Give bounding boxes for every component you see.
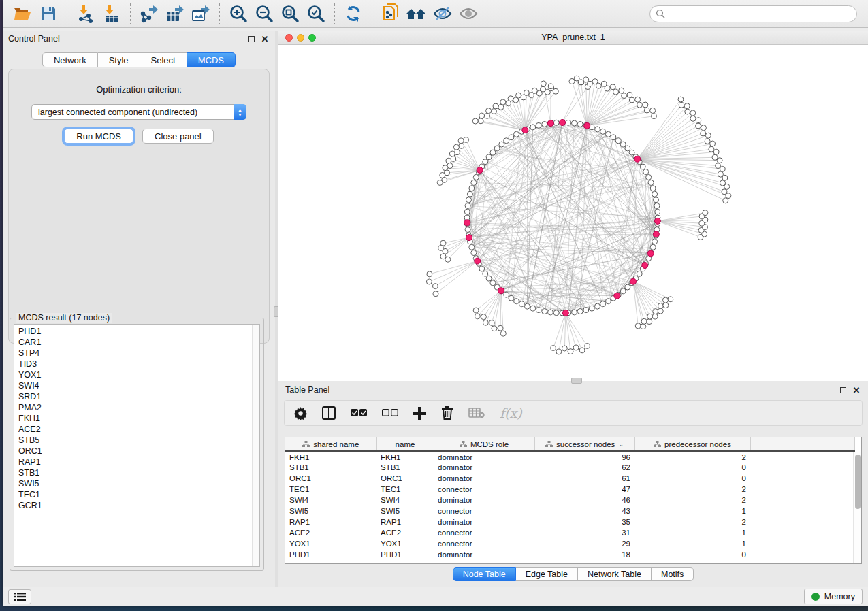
hide-selected-icon[interactable]	[430, 3, 455, 24]
mcds-result-item[interactable]: SWI5	[18, 478, 259, 489]
mcds-result-item[interactable]: TEC1	[18, 489, 259, 500]
mcds-result-item[interactable]: STP4	[18, 348, 259, 359]
table-cell[interactable]	[750, 451, 854, 462]
table-cell[interactable]: 96	[534, 451, 634, 462]
table-cell[interactable]: dominator	[434, 495, 534, 506]
mcds-result-item[interactable]: SWI4	[18, 380, 259, 391]
tab-mcds[interactable]: MCDS	[187, 52, 236, 67]
save-session-icon[interactable]	[35, 3, 61, 24]
table-cell[interactable]: 18	[534, 549, 634, 560]
column-header-shared-name[interactable]: shared name	[285, 437, 376, 451]
table-cell[interactable]: connector	[434, 484, 534, 495]
table-cell[interactable]: 2	[634, 516, 750, 527]
table-cell[interactable]: 61	[534, 473, 634, 484]
table-cell[interactable]: 0	[634, 549, 750, 560]
float-table-panel-icon[interactable]	[838, 385, 848, 395]
task-history-button[interactable]	[8, 589, 31, 604]
mcds-result-item[interactable]: FKH1	[18, 413, 259, 424]
table-cell[interactable]: 2	[634, 484, 750, 495]
table-cell[interactable]: 43	[534, 506, 634, 516]
list-scrollbar[interactable]	[252, 325, 259, 566]
table-cell[interactable]: SWI4	[376, 495, 434, 506]
network-graph[interactable]	[278, 45, 868, 380]
table-cell[interactable]: 0	[634, 473, 750, 484]
memory-button[interactable]: Memory	[804, 589, 863, 604]
table-cell[interactable]	[750, 516, 854, 527]
table-row[interactable]: FKH1FKH1dominator962	[285, 451, 854, 462]
mcds-result-item[interactable]: STB1	[18, 467, 259, 478]
tab-node-table[interactable]: Node Table	[453, 567, 516, 581]
mcds-result-item[interactable]: RAP1	[18, 457, 259, 467]
table-cell[interactable]: STB1	[285, 462, 376, 473]
node-table[interactable]: shared namenameMCDS rolesuccessor nodes⌄…	[285, 437, 862, 564]
table-cell[interactable]: 2	[634, 451, 750, 462]
tab-network[interactable]: Network	[42, 52, 98, 67]
table-cell[interactable]: PHD1	[285, 549, 376, 560]
table-cell[interactable]	[750, 549, 854, 560]
tab-edge-table[interactable]: Edge Table	[516, 567, 578, 581]
search-input[interactable]	[665, 9, 851, 18]
table-cell[interactable]: TEC1	[285, 484, 376, 495]
search-box[interactable]	[649, 5, 857, 22]
column-header-mcds-role[interactable]: MCDS role	[434, 437, 534, 451]
deselect-all-icon[interactable]	[382, 408, 398, 418]
table-cell[interactable]	[750, 462, 854, 473]
table-row[interactable]: ORC1ORC1dominator610	[285, 473, 854, 484]
table-cell[interactable]: ACE2	[285, 527, 376, 538]
table-scrollbar[interactable]	[853, 452, 861, 563]
table-cell[interactable]	[750, 527, 854, 538]
table-cell[interactable]: dominator	[434, 516, 534, 527]
clone-network-icon[interactable]	[378, 3, 404, 24]
table-cell[interactable]: SWI5	[376, 506, 434, 516]
table-cell[interactable]: 2	[634, 495, 750, 506]
close-panel-button[interactable]: Close panel	[142, 129, 214, 144]
table-cell[interactable]: 46	[534, 495, 634, 506]
horizontal-splitter-handle[interactable]	[571, 378, 582, 384]
table-row[interactable]: YOX1YOX1connector291	[285, 538, 854, 549]
mcds-result-item[interactable]: STB5	[18, 435, 259, 446]
table-cell[interactable]	[750, 538, 854, 549]
table-cell[interactable]: 1	[634, 506, 750, 516]
import-table-icon[interactable]	[99, 3, 125, 24]
table-cell[interactable]: 31	[534, 527, 634, 538]
table-row[interactable]: ACE2ACE2connector311	[285, 527, 854, 538]
table-cell[interactable]	[750, 484, 854, 495]
show-hidden-icon[interactable]	[455, 3, 481, 24]
zoom-fit-icon[interactable]	[277, 3, 303, 24]
import-network-icon[interactable]	[73, 3, 99, 24]
zoom-in-icon[interactable]	[225, 3, 251, 24]
delete-rows-icon[interactable]	[441, 406, 453, 420]
tab-motifs[interactable]: Motifs	[652, 567, 694, 581]
table-cell[interactable]: dominator	[434, 451, 534, 462]
column-header-successor-nodes[interactable]: successor nodes⌄	[534, 437, 634, 451]
mcds-result-item[interactable]: ORC1	[18, 446, 259, 457]
close-table-panel-icon[interactable]: ✕	[852, 385, 861, 395]
table-cell[interactable]: 1	[634, 538, 750, 549]
mcds-result-item[interactable]: ACE2	[18, 424, 259, 435]
table-cell[interactable]: RAP1	[376, 516, 434, 527]
table-cell[interactable]	[750, 506, 854, 516]
table-row[interactable]: SWI5SWI5connector431	[285, 506, 854, 516]
table-options-icon[interactable]	[294, 407, 307, 420]
table-cell[interactable]: dominator	[434, 473, 534, 484]
table-cell[interactable]: 0	[634, 462, 750, 473]
table-row[interactable]: STB1STB1dominator620	[285, 462, 854, 473]
float-panel-icon[interactable]	[246, 34, 256, 44]
mcds-result-item[interactable]: TID3	[18, 359, 259, 369]
table-row[interactable]: PHD1PHD1dominator180	[285, 549, 854, 560]
table-cell[interactable]: FKH1	[285, 451, 376, 462]
table-cell[interactable]: SWI5	[285, 506, 376, 516]
export-network-icon[interactable]	[136, 3, 162, 24]
table-row[interactable]: SWI4SWI4dominator462	[285, 495, 854, 506]
table-cell[interactable]: FKH1	[376, 451, 434, 462]
table-cell[interactable]: connector	[434, 527, 534, 538]
table-scrollbar-thumb[interactable]	[855, 455, 861, 509]
zoom-out-icon[interactable]	[251, 3, 277, 24]
sort-chevron-icon[interactable]: ⌄	[618, 441, 624, 448]
tab-style[interactable]: Style	[98, 52, 140, 67]
mcds-result-item[interactable]: YOX1	[18, 369, 259, 380]
table-cell[interactable]: TEC1	[376, 484, 434, 495]
close-panel-icon[interactable]: ✕	[260, 34, 270, 44]
table-cell[interactable]: dominator	[434, 549, 534, 560]
zoom-selected-icon[interactable]	[303, 3, 329, 24]
